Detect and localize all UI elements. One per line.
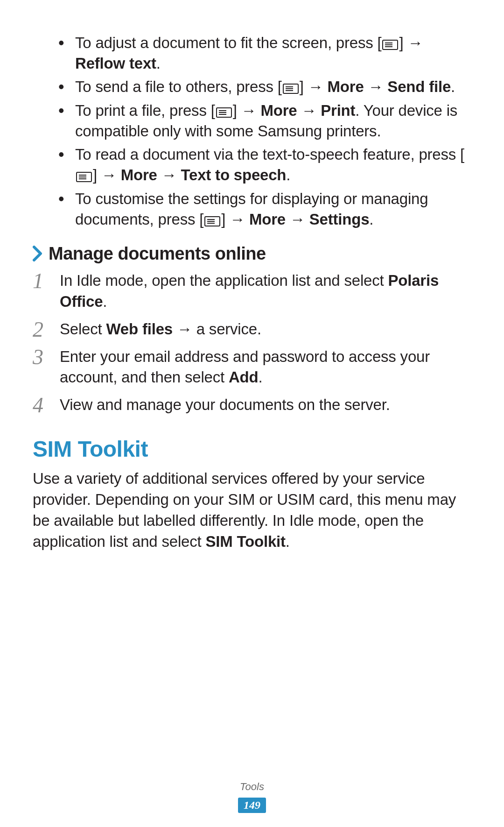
section-heading: SIM Toolkit bbox=[33, 436, 471, 462]
page-number: 149 bbox=[238, 798, 266, 813]
menu-icon bbox=[283, 84, 299, 94]
page-number-wrap: 149 bbox=[33, 798, 471, 813]
bullet-list: To adjust a document to fit the screen, … bbox=[33, 33, 471, 230]
step-number: 4 bbox=[33, 391, 43, 420]
bullet-item: To customise the settings for displaying… bbox=[58, 189, 471, 230]
chevron-right-icon bbox=[33, 246, 43, 262]
step-text: Select Web files → a service. bbox=[60, 320, 261, 338]
bullet-item: To adjust a document to fit the screen, … bbox=[58, 33, 471, 74]
subsection-heading: Manage documents online bbox=[33, 244, 471, 264]
step-item: 2Select Web files → a service. bbox=[33, 319, 471, 340]
step-item: 4View and manage your documents on the s… bbox=[33, 395, 471, 416]
bullet-item: To send a file to others, press [] → Mor… bbox=[58, 77, 471, 97]
page-content: To adjust a document to fit the screen, … bbox=[33, 33, 471, 781]
step-text: Enter your email address and password to… bbox=[60, 348, 430, 386]
manual-page: To adjust a document to fit the screen, … bbox=[0, 0, 504, 827]
menu-icon bbox=[204, 216, 220, 226]
step-number: 2 bbox=[33, 315, 43, 345]
step-item: 3Enter your email address and password t… bbox=[33, 346, 471, 389]
menu-icon bbox=[216, 107, 232, 118]
step-text: View and manage your documents on the se… bbox=[60, 396, 390, 413]
step-number: 1 bbox=[33, 267, 43, 296]
bullet-item: To read a document via the text-to-speec… bbox=[58, 144, 471, 185]
section-body: Use a variety of additional services off… bbox=[33, 468, 471, 552]
footer-category: Tools bbox=[33, 781, 471, 793]
step-item: 1In Idle mode, open the application list… bbox=[33, 270, 471, 312]
step-number: 3 bbox=[33, 343, 43, 372]
menu-icon bbox=[382, 40, 398, 50]
numbered-steps: 1In Idle mode, open the application list… bbox=[33, 270, 471, 416]
menu-icon bbox=[76, 172, 92, 182]
subsection-title: Manage documents online bbox=[49, 244, 266, 264]
step-text: In Idle mode, open the application list … bbox=[60, 272, 439, 310]
bullet-item: To print a file, press [] → More → Print… bbox=[58, 100, 471, 141]
